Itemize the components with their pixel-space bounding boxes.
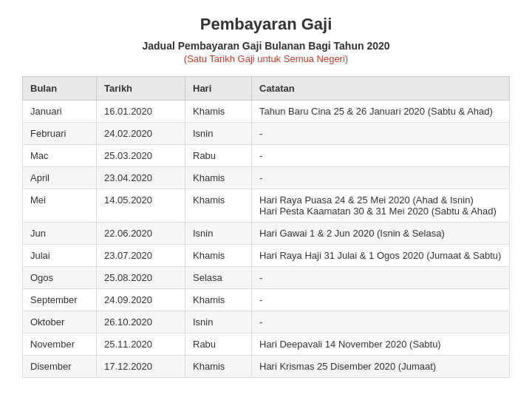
table-row: Februari24.02.2020Isnin-: [23, 123, 510, 145]
cell-hari: Isnin: [185, 311, 252, 333]
cell-tarikh: 14.05.2020: [97, 189, 185, 223]
cell-catatan: Hari Gawai 1 & 2 Jun 2020 (Isnin & Selas…: [252, 223, 510, 245]
cell-tarikh: 25.11.2020: [97, 333, 185, 356]
cell-bulan: Disember: [23, 356, 97, 378]
cell-catatan: -: [252, 311, 510, 333]
cell-hari: Khamis: [185, 101, 252, 123]
cell-tarikh: 17.12.2020: [97, 356, 185, 378]
col-header-bulan: Bulan: [23, 77, 97, 101]
cell-tarikh: 24.09.2020: [97, 289, 185, 311]
col-header-hari: Hari: [185, 77, 252, 101]
cell-hari: Khamis: [185, 356, 252, 378]
cell-tarikh: 23.04.2020: [97, 167, 185, 189]
cell-tarikh: 22.06.2020: [97, 223, 185, 245]
cell-catatan: -: [252, 289, 510, 311]
cell-catatan: Hari Raya Haji 31 Julai & 1 Ogos 2020 (J…: [252, 245, 510, 267]
subtitle-note: (Satu Tarikh Gaji untuk Semua Negeri): [22, 53, 510, 64]
cell-bulan: Januari: [23, 101, 97, 123]
cell-tarikh: 25.03.2020: [97, 145, 185, 167]
cell-bulan: Ogos: [23, 267, 97, 289]
cell-catatan: Hari Deepavali 14 November 2020 (Sabtu): [252, 333, 510, 356]
cell-hari: Rabu: [185, 145, 252, 167]
cell-tarikh: 25.08.2020: [97, 267, 185, 289]
subtitle: Jadual Pembayaran Gaji Bulanan Bagi Tahu…: [22, 40, 510, 52]
cell-bulan: Oktober: [23, 311, 97, 333]
cell-bulan: Julai: [23, 245, 97, 267]
cell-catatan: Tahun Baru Cina 25 & 26 Januari 2020 (Sa…: [252, 101, 510, 123]
salary-table: Bulan Tarikh Hari Catatan Januari16.01.2…: [22, 76, 510, 378]
cell-bulan: Jun: [23, 223, 97, 245]
cell-bulan: Februari: [23, 123, 97, 145]
cell-catatan: -: [252, 145, 510, 167]
cell-catatan: Hari Raya Puasa 24 & 25 Mei 2020 (Ahad &…: [252, 189, 510, 223]
cell-tarikh: 26.10.2020: [97, 311, 185, 333]
cell-hari: Isnin: [185, 123, 252, 145]
cell-hari: Khamis: [185, 289, 252, 311]
table-row: Januari16.01.2020KhamisTahun Baru Cina 2…: [23, 101, 510, 123]
cell-hari: Selasa: [185, 267, 252, 289]
table-row: Mac25.03.2020Rabu-: [23, 145, 510, 167]
cell-hari: Isnin: [185, 223, 252, 245]
cell-catatan: -: [252, 167, 510, 189]
cell-bulan: September: [23, 289, 97, 311]
table-row: September24.09.2020Khamis-: [23, 289, 510, 311]
cell-tarikh: 23.07.2020: [97, 245, 185, 267]
cell-bulan: Mac: [23, 145, 97, 167]
cell-hari: Khamis: [185, 189, 252, 223]
cell-tarikh: 24.02.2020: [97, 123, 185, 145]
cell-bulan: April: [23, 167, 97, 189]
cell-bulan: Mei: [23, 189, 97, 223]
cell-tarikh: 16.01.2020: [97, 101, 185, 123]
cell-hari: Rabu: [185, 333, 252, 356]
cell-catatan: -: [252, 267, 510, 289]
table-row: Julai23.07.2020KhamisHari Raya Haji 31 J…: [23, 245, 510, 267]
table-row: Ogos25.08.2020Selasa-: [23, 267, 510, 289]
col-header-tarikh: Tarikh: [97, 77, 185, 101]
table-header-row: Bulan Tarikh Hari Catatan: [23, 77, 510, 101]
table-row: April23.04.2020Khamis-: [23, 167, 510, 189]
table-row: Jun22.06.2020IsninHari Gawai 1 & 2 Jun 2…: [23, 223, 510, 245]
table-row: Disember17.12.2020KhamisHari Krismas 25 …: [23, 356, 510, 378]
table-row: Oktober26.10.2020Isnin-: [23, 311, 510, 333]
col-header-catatan: Catatan: [252, 77, 510, 101]
page-title: Pembayaran Gaji: [22, 15, 510, 34]
cell-catatan: Hari Krismas 25 Disember 2020 (Jumaat): [252, 356, 510, 378]
cell-catatan: -: [252, 123, 510, 145]
table-row: November25.11.2020RabuHari Deepavali 14 …: [23, 333, 510, 356]
cell-hari: Khamis: [185, 167, 252, 189]
cell-hari: Khamis: [185, 245, 252, 267]
table-row: Mei14.05.2020KhamisHari Raya Puasa 24 & …: [23, 189, 510, 223]
cell-bulan: November: [23, 333, 97, 356]
